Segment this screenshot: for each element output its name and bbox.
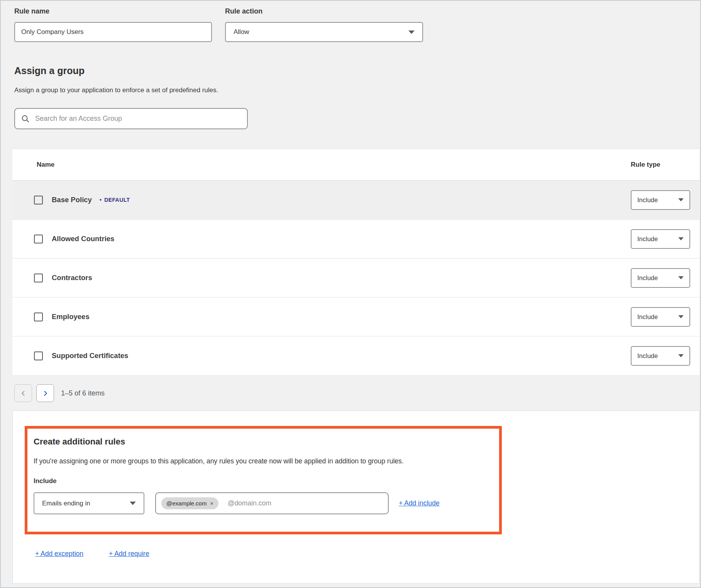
rule-action-value: Allow [234, 28, 249, 36]
rule-action-label: Rule action [225, 7, 423, 15]
rule-type-value: Include [637, 313, 658, 321]
table-row-contractors: Contractors Include [12, 258, 699, 297]
group-name: Contractors [52, 274, 92, 282]
rule-type-select[interactable]: Include [631, 190, 690, 210]
email-domain-chip: @example.com × [161, 497, 218, 509]
badge-bullet: • [100, 197, 102, 203]
rule-type-select[interactable]: Include [631, 346, 690, 366]
chip-label: @example.com [166, 500, 207, 507]
column-header-rule-type: Rule type [631, 161, 690, 169]
column-header-name: Name [37, 161, 54, 169]
group-name: Employees [52, 313, 90, 321]
next-page-button[interactable] [36, 384, 54, 402]
add-require-link[interactable]: + Add require [109, 550, 149, 558]
create-additional-rules-heading: Create additional rules [34, 437, 491, 447]
add-exception-link[interactable]: + Add exception [35, 550, 83, 558]
search-icon [21, 115, 30, 123]
create-additional-rules-description: If you're assigning one or more groups t… [34, 457, 491, 465]
chevron-down-icon [678, 198, 684, 201]
rule-name-label: Rule name [14, 7, 212, 15]
chevron-down-icon [678, 237, 684, 240]
group-name: Allowed Countries [52, 235, 114, 243]
rule-type-value: Include [637, 235, 658, 243]
default-badge: •DEFAULT [100, 197, 130, 203]
table-row-allowed-countries: Allowed Countries Include [12, 219, 699, 258]
row-checkbox[interactable] [34, 351, 43, 360]
condition-value: Emails ending in [42, 500, 90, 507]
include-rule-builder: Emails ending in @example.com × + Add in… [34, 492, 491, 514]
access-group-search[interactable] [14, 108, 248, 129]
rule-name-field-group: Rule name [14, 7, 212, 42]
email-domains-input[interactable]: @example.com × [155, 492, 389, 514]
row-checkbox[interactable] [34, 313, 43, 321]
chevron-down-icon [678, 315, 684, 318]
access-rule-page: { "form": { "rule_name": { "label": "Rul… [0, 0, 701, 588]
rule-type-value: Include [637, 274, 658, 282]
rule-type-value: Include [637, 352, 658, 360]
rule-type-value: Include [637, 196, 658, 204]
chevron-left-icon [20, 390, 26, 396]
domain-text-input[interactable] [228, 499, 383, 507]
access-group-table: Name Rule type Base Policy •DEFAULT Incl… [12, 149, 699, 375]
chevron-down-icon [408, 30, 415, 34]
rule-name-input[interactable] [14, 22, 212, 42]
additional-rules-card: Create additional rules If you're assign… [12, 411, 699, 584]
condition-select[interactable]: Emails ending in [34, 492, 144, 514]
rule-type-select[interactable]: Include [631, 268, 690, 288]
table-header: Name Rule type [12, 149, 699, 180]
badge-text: DEFAULT [104, 197, 130, 203]
chevron-right-icon [42, 390, 48, 396]
chevron-down-icon [678, 354, 684, 357]
rule-action-select[interactable]: Allow [225, 22, 423, 42]
rule-form: Rule name Rule action Allow [1, 1, 700, 42]
footer-links: + Add exception + Add require [35, 550, 699, 558]
group-name: Base Policy [52, 196, 92, 204]
create-additional-rules-highlight: Create additional rules If you're assign… [25, 426, 502, 534]
row-checkbox[interactable] [34, 196, 43, 204]
pagination-count: 1–5 of 6 items [61, 389, 105, 397]
add-include-link[interactable]: + Add include [399, 499, 440, 507]
pagination: 1–5 of 6 items [14, 384, 700, 402]
group-name: Supported Certificates [52, 351, 128, 360]
previous-page-button[interactable] [14, 384, 32, 402]
close-icon[interactable]: × [210, 501, 213, 506]
rule-action-field-group: Rule action Allow [225, 7, 423, 42]
row-checkbox[interactable] [34, 235, 43, 243]
search-input[interactable] [35, 115, 241, 123]
table-row-supported-certificates: Supported Certificates Include [12, 336, 699, 375]
rule-type-select[interactable]: Include [631, 307, 690, 327]
rule-type-select[interactable]: Include [631, 229, 690, 249]
row-checkbox[interactable] [34, 274, 43, 282]
assign-group-heading: Assign a group [14, 65, 700, 76]
chevron-down-icon [678, 276, 684, 279]
table-row-base-policy: Base Policy •DEFAULT Include [12, 180, 699, 219]
table-row-employees: Employees Include [12, 297, 699, 336]
chevron-down-icon [130, 502, 136, 505]
assign-group-description: Assign a group to your application to en… [14, 86, 700, 94]
include-section-label: Include [34, 477, 491, 485]
